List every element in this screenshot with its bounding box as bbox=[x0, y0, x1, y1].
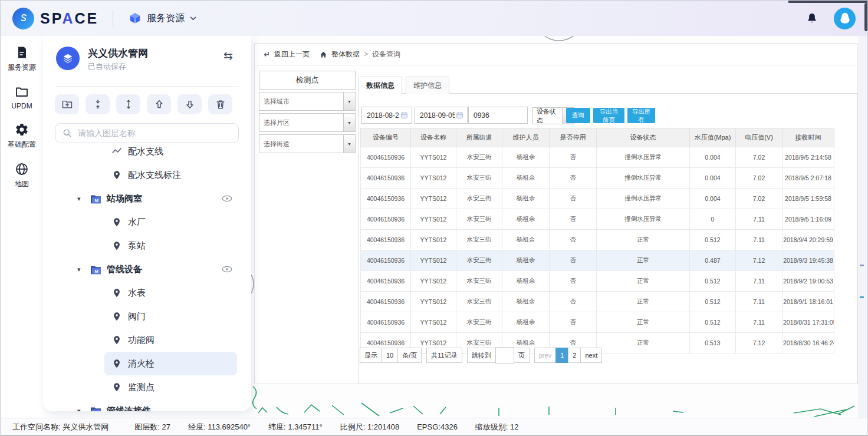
table-row[interactable]: 40046150936YYTS012水安三街杨祖余否正常0.4877.12201… bbox=[361, 250, 834, 271]
layer-tree-item[interactable]: ▾ M 配水支线标注 bbox=[104, 163, 237, 187]
select-district-dropdown[interactable]: 选择片区 ▼ bbox=[259, 113, 356, 132]
prev-page-button[interactable]: prev bbox=[534, 348, 556, 363]
device-keyword-field[interactable] bbox=[468, 107, 528, 124]
layer-label: 配水支线 bbox=[128, 146, 232, 157]
layer-tree-item[interactable]: ▾ M 管线设备 bbox=[73, 257, 237, 281]
page-size-value[interactable]: 10 bbox=[382, 348, 398, 363]
column-header: 维护人员 bbox=[502, 128, 550, 147]
select-street-dropdown[interactable]: 选择街道 ▼ bbox=[259, 134, 356, 153]
move-up-button[interactable] bbox=[147, 94, 171, 114]
table-cell: 40046150936 bbox=[361, 250, 411, 271]
export-current-page-button[interactable]: 导出当前页 bbox=[593, 108, 624, 123]
switch-workspace-icon[interactable]: ⇆ bbox=[223, 49, 233, 62]
page-number-button[interactable]: 1 bbox=[555, 348, 568, 363]
table-cell: 2018/9/3 19:45:38 bbox=[782, 250, 834, 271]
svg-text:M: M bbox=[94, 409, 98, 411]
sidebar-item-updm[interactable]: UPDM bbox=[1, 85, 43, 110]
nav-service-resource-menu[interactable]: 服务资源 bbox=[129, 12, 196, 25]
expand-all-button[interactable] bbox=[116, 94, 140, 114]
table-cell: 杨祖余 bbox=[502, 168, 550, 189]
layer-group-folder-icon: M bbox=[88, 194, 103, 204]
layer-label: 管线连接件 bbox=[107, 405, 232, 412]
eye-icon[interactable] bbox=[222, 266, 232, 273]
move-down-button[interactable] bbox=[177, 94, 202, 114]
table-cell: 杨祖余 bbox=[502, 312, 550, 333]
export-all-button[interactable]: 导出所有 bbox=[627, 108, 655, 123]
calendar-icon[interactable] bbox=[456, 111, 463, 119]
brand-logo-text: SPACE bbox=[40, 10, 98, 27]
pin-icon bbox=[109, 382, 124, 392]
layer-tree-item[interactable]: ▾ M 水表 bbox=[104, 281, 237, 305]
dropdown-arrow-icon[interactable]: ▼ bbox=[343, 135, 355, 153]
layer-label: 阀门 bbox=[128, 311, 232, 322]
table-cell: 水安三街 bbox=[456, 147, 502, 168]
tab-content-panel: 设备状态 ▼ 查询 导出当前页 导出所有 设备编号设备名称所属街道维护人员是否停… bbox=[359, 93, 858, 384]
table-cell: 正常 bbox=[597, 271, 690, 292]
layer-tree-item[interactable]: ▾ M 管线连接件 bbox=[73, 399, 237, 411]
dropdown-arrow-icon[interactable]: ▼ bbox=[343, 114, 355, 131]
table-row[interactable]: 40046150936YYTS012水安三街杨祖余否正常0.5127.11201… bbox=[361, 230, 834, 250]
tab-data-info[interactable]: 数据信息 bbox=[359, 77, 402, 94]
pin-icon bbox=[109, 335, 124, 345]
new-group-button[interactable] bbox=[55, 94, 79, 114]
table-cell: YYTS012 bbox=[411, 250, 456, 271]
jump-page-input[interactable] bbox=[495, 347, 514, 364]
page-number-button[interactable]: 2 bbox=[568, 348, 581, 363]
select-city-dropdown[interactable]: 选择城市 ▼ bbox=[259, 92, 356, 111]
layer-tree-item[interactable]: ▾ M 泵站 bbox=[104, 234, 237, 257]
layer-tree-item[interactable]: ▾ M 监测点 bbox=[104, 375, 237, 399]
table-cell: 2018/9/4 20:29:59 bbox=[782, 230, 834, 250]
layer-tree-item[interactable]: ▾ M 功能阀 bbox=[104, 328, 237, 352]
sidebar-item-label: 服务资源 bbox=[8, 62, 36, 72]
table-cell: 2018/8/30 16:46:24 bbox=[782, 333, 834, 354]
table-row[interactable]: 40046150936YYTS012水安三街杨祖余否撞倒水压异常0.0047.0… bbox=[361, 147, 834, 168]
table-cell: 7.02 bbox=[736, 189, 782, 209]
table-row[interactable]: 40046150936YYTS012水安三街杨祖余否正常0.5127.11201… bbox=[361, 312, 834, 333]
layer-tree-item[interactable]: ▾ M 水厂 bbox=[104, 210, 237, 234]
user-avatar[interactable] bbox=[834, 8, 856, 29]
table-row[interactable]: 40046150936YYTS012水安三街杨祖余否撞倒水压异常0.0047.0… bbox=[361, 189, 834, 209]
eye-icon[interactable] bbox=[222, 195, 232, 202]
table-cell: 2018/9/5 2:14:58 bbox=[782, 147, 834, 168]
table-row[interactable]: 40046150936YYTS012水安三街杨祖余否撞倒水压异常0.0047.0… bbox=[361, 168, 834, 189]
breadcrumb-root[interactable]: 整体数据 bbox=[331, 49, 360, 60]
layer-tree-item[interactable]: ▾ M 站场阀室 bbox=[73, 187, 237, 210]
sidebar-item-base-config[interactable]: 基础配置 bbox=[1, 123, 43, 150]
sidebar-item-service-resource[interactable]: 服务资源 bbox=[1, 45, 43, 72]
date-to-input[interactable] bbox=[419, 111, 456, 120]
date-from-field[interactable] bbox=[361, 107, 412, 124]
table-row[interactable]: 40046150936YYTS012水安三街杨祖余否撞倒水压异常07.11201… bbox=[361, 209, 834, 230]
collapse-all-button[interactable] bbox=[86, 94, 110, 114]
search-button[interactable]: 查询 bbox=[566, 108, 590, 123]
breadcrumb-back-link[interactable]: 返回上一页 bbox=[274, 49, 310, 60]
layer-search-input[interactable] bbox=[77, 128, 221, 138]
arrow-down-icon bbox=[184, 98, 196, 110]
home-icon bbox=[320, 51, 327, 58]
table-cell: 否 bbox=[550, 292, 597, 312]
next-page-button[interactable]: next bbox=[580, 348, 602, 363]
return-arrow-icon bbox=[262, 51, 270, 58]
table-row[interactable]: 40046150936YYTS012水安三街杨祖余否正常0.5127.11201… bbox=[361, 271, 834, 292]
tab-maintenance-info[interactable]: 维护信息 bbox=[406, 77, 449, 94]
layer-tree-item[interactable]: ▾ M 消火栓 bbox=[104, 352, 237, 375]
table-cell: 40046150936 bbox=[361, 189, 411, 209]
app-logo[interactable] bbox=[12, 8, 34, 29]
table-cell: 7.12 bbox=[736, 250, 782, 271]
delete-layer-button[interactable] bbox=[208, 94, 232, 114]
dropdown-arrow-icon[interactable]: ▼ bbox=[343, 93, 355, 110]
caret-down-icon[interactable]: ▾ bbox=[77, 195, 88, 203]
layer-tree-item[interactable]: ▾ M 配水支线 bbox=[104, 140, 237, 163]
date-to-field[interactable] bbox=[415, 107, 468, 124]
caret-down-icon[interactable]: ▾ bbox=[77, 266, 88, 273]
device-keyword-input[interactable] bbox=[472, 111, 524, 120]
table-row[interactable]: 40046150936YYTS012水安三街杨祖余否正常0.5127.11201… bbox=[361, 292, 834, 312]
layer-tree-item[interactable]: ▾ M 阀门 bbox=[104, 305, 237, 328]
sidebar-item-map[interactable]: 地图 bbox=[1, 162, 43, 189]
window-scrollbar-right[interactable] bbox=[864, 3, 868, 31]
caret-down-icon[interactable]: ▾ bbox=[77, 407, 88, 412]
calendar-icon[interactable] bbox=[400, 111, 408, 119]
polyline-layer-icon bbox=[109, 146, 124, 157]
date-from-input[interactable] bbox=[366, 111, 400, 120]
notification-bell-icon[interactable] bbox=[805, 12, 818, 25]
table-cell: YYTS012 bbox=[411, 168, 456, 189]
